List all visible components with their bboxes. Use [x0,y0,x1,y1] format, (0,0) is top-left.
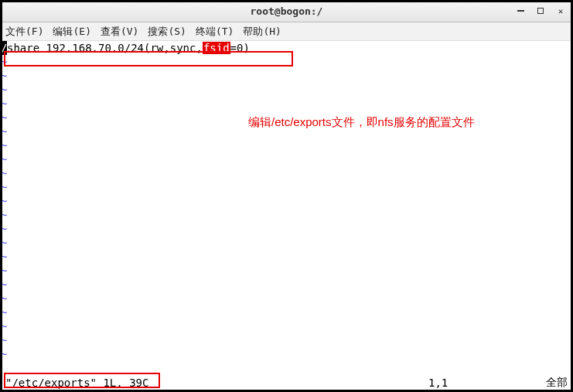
minimize-button[interactable] [513,4,527,18]
close-icon [558,6,564,16]
status-filename: "/etc/exports" 1L, 39C [5,377,428,389]
menu-file[interactable]: 文件(F) [5,25,43,39]
line1-text-a: share 192.168.70.0/24(rw,sync, [7,42,203,54]
empty-line-tilde: ~ [1,291,572,305]
empty-line-tilde: ~ [1,152,572,166]
status-scroll-indicator: 全部 [521,376,568,390]
terminal-editor[interactable]: /share 192.168.70.0/24(rw,sync,fsid=0) ~… [1,41,572,374]
window-controls [513,4,568,18]
cursor-block: / [1,41,7,55]
empty-line-tilde: ~ [1,194,572,208]
menu-search[interactable]: 搜索(S) [148,25,186,39]
empty-line-tilde: ~ [1,166,572,180]
menu-bar: 文件(F) 编辑(E) 查看(V) 搜索(S) 终端(T) 帮助(H) [1,22,572,41]
empty-line-tilde: ~ [1,278,572,291]
empty-line-tilde: ~ [1,333,572,347]
empty-line-tilde: ~ [1,83,572,97]
empty-line-tilde: ~ [1,138,572,152]
empty-line-tilde: ~ [1,97,572,111]
line1-text-b: =0) [230,42,250,54]
annotation-text: 编辑/etc/exports文件，即nfs服务的配置文件 [248,115,475,130]
menu-terminal[interactable]: 终端(T) [196,25,234,39]
maximize-button[interactable] [534,4,547,18]
empty-line-tilde: ~ [1,180,572,194]
empty-line-tilde: ~ [1,236,572,250]
menu-help[interactable]: 帮助(H) [243,25,281,39]
maximize-icon [537,8,544,14]
empty-line-tilde: ~ [1,347,572,361]
empty-line-tilde: ~ [1,55,572,69]
close-button[interactable] [554,4,568,18]
status-cursor-position: 1,1 [428,377,521,389]
empty-line-tilde: ~ [1,264,572,278]
fsid-highlight: fsid [203,42,230,54]
editor-line-1: /share 192.168.70.0/24(rw,sync,fsid=0) [1,41,572,55]
vim-status-bar: "/etc/exports" 1L, 39C 1,1 全部 [1,374,572,391]
menu-view[interactable]: 查看(V) [101,25,138,39]
window-titlebar: root@bogon:/ [1,1,572,22]
empty-line-tilde: ~ [1,250,572,264]
menu-edit[interactable]: 编辑(E) [53,25,90,39]
minimize-icon [517,10,524,12]
empty-line-tilde: ~ [1,69,572,83]
empty-line-tilde: ~ [1,305,572,319]
empty-line-tilde: ~ [1,208,572,222]
empty-line-tilde: ~ [1,319,572,333]
window-title: root@bogon:/ [251,5,323,17]
empty-line-tilde: ~ [1,222,572,236]
